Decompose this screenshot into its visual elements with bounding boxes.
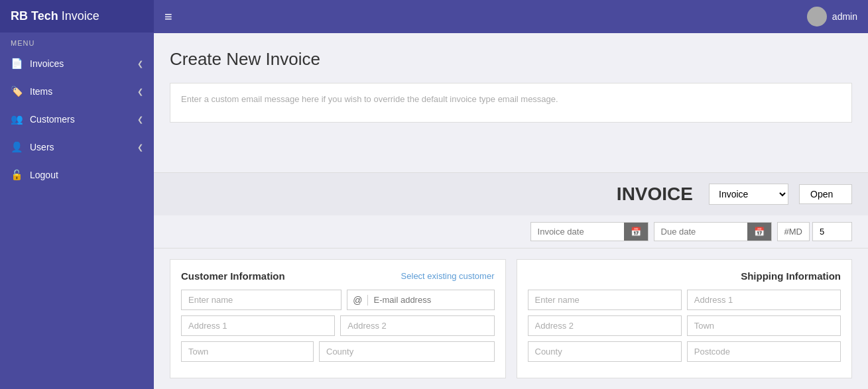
sidebar-item-invoices-label: Invoices	[30, 58, 64, 69]
customer-address2-input[interactable]	[340, 315, 494, 336]
invoice-label: INVOICE	[617, 184, 693, 205]
main-area: ≡ admin Create New Invoice Enter a custo…	[154, 0, 868, 389]
shipping-postcode-input[interactable]	[687, 341, 841, 362]
email-message-box: Enter a custom email message here if you…	[170, 83, 852, 123]
due-date-wrap: 📅	[654, 222, 772, 241]
invoice-date-calendar-button[interactable]: 📅	[624, 223, 648, 241]
sidebar-brand: RB Tech Invoice	[0, 0, 154, 32]
customer-town-row	[181, 341, 495, 362]
customer-email-wrap: @	[347, 290, 494, 310]
chevron-icon-items: ❮	[137, 87, 143, 96]
customer-address1-input[interactable]	[181, 315, 335, 336]
sidebar-item-logout-label: Logout	[30, 170, 58, 180]
sidebar-item-invoices[interactable]: 📄 Invoices ❮	[0, 50, 154, 78]
date-row: 📅 📅 #MD	[154, 215, 868, 249]
customer-panel-title: Customer Information	[181, 270, 285, 282]
at-symbol: @	[347, 295, 368, 306]
admin-label: admin	[832, 11, 857, 22]
invoice-number-input[interactable]	[812, 222, 852, 241]
customer-county-input[interactable]	[319, 341, 495, 362]
topbar: ≡ admin	[154, 0, 868, 33]
shipping-information-panel: Shipping Information	[517, 259, 853, 378]
sidebar-item-logout[interactable]: 🔓 Logout	[0, 161, 154, 189]
sidebar-item-customers-label: Customers	[30, 114, 75, 125]
shipping-name-address1-row	[528, 290, 841, 310]
avatar	[807, 7, 827, 27]
invoices-icon: 📄	[11, 58, 23, 70]
panels-row: Customer Information Select existing cus…	[154, 249, 868, 389]
chevron-icon-users: ❮	[137, 143, 143, 152]
customer-email-input[interactable]	[368, 290, 493, 309]
brand-bold: RB Tech	[11, 9, 58, 23]
menu-label: MENU	[0, 32, 154, 50]
shipping-panel-title: Shipping Information	[741, 270, 841, 282]
shipping-town-input[interactable]	[687, 315, 841, 336]
invoice-number-wrap: #MD	[777, 222, 852, 241]
hamburger-button[interactable]: ≡	[164, 9, 172, 25]
sidebar-item-customers[interactable]: 👥 Customers ❮	[0, 105, 154, 133]
shipping-address2-input[interactable]	[528, 315, 682, 336]
email-placeholder-text: Enter a custom email message here if you…	[181, 94, 558, 104]
sidebar-item-users-label: Users	[30, 142, 54, 152]
sidebar-item-users[interactable]: 👤 Users ❮	[0, 133, 154, 161]
content-area: Create New Invoice Enter a custom email …	[154, 33, 868, 172]
customer-name-row: @	[181, 290, 495, 310]
invoice-date-input[interactable]	[531, 223, 624, 241]
page-title: Create New Invoice	[170, 49, 852, 70]
due-date-input[interactable]	[654, 223, 747, 241]
logout-icon: 🔓	[11, 169, 23, 181]
invoice-prefix: #MD	[777, 222, 810, 241]
shipping-panel-header: Shipping Information	[528, 270, 841, 282]
customers-icon: 👥	[11, 113, 23, 125]
chevron-icon-customers: ❮	[137, 115, 143, 124]
sidebar-item-items-label: Items	[30, 86, 52, 97]
select-existing-customer-link[interactable]: Select existing customer	[401, 271, 495, 281]
chevron-icon: ❮	[137, 60, 143, 68]
shipping-address2-town-row	[528, 315, 841, 336]
sidebar: RB Tech Invoice MENU 📄 Invoices ❮ 🏷️ Ite…	[0, 0, 154, 389]
shipping-address1-input[interactable]	[687, 290, 841, 310]
customer-address1-row	[181, 315, 495, 336]
shipping-name-input[interactable]	[528, 290, 682, 310]
shipping-county-input[interactable]	[528, 341, 682, 362]
items-icon: 🏷️	[11, 85, 23, 97]
topbar-right: admin	[807, 7, 857, 27]
users-icon: 👤	[11, 141, 23, 153]
invoice-header: INVOICE Invoice Quote Receipt Open	[154, 172, 868, 215]
invoice-status: Open	[799, 184, 852, 204]
customer-name-input[interactable]	[181, 290, 341, 310]
customer-information-panel: Customer Information Select existing cus…	[170, 259, 506, 378]
customer-town-input[interactable]	[181, 341, 314, 362]
due-date-calendar-button[interactable]: 📅	[747, 223, 771, 241]
sidebar-item-items[interactable]: 🏷️ Items ❮	[0, 78, 154, 105]
invoice-type-select[interactable]: Invoice Quote Receipt	[709, 184, 788, 205]
customer-panel-header: Customer Information Select existing cus…	[181, 270, 495, 282]
invoice-date-wrap: 📅	[530, 222, 649, 241]
shipping-county-postcode-row	[528, 341, 841, 362]
brand-light: Invoice	[58, 9, 99, 23]
